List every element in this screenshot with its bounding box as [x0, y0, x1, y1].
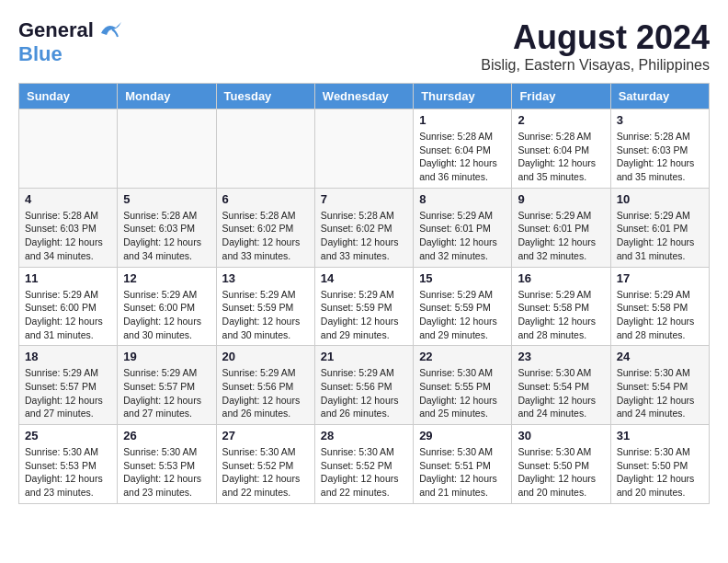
day-number: 1: [419, 113, 506, 127]
calendar-cell: 2Sunrise: 5:28 AM Sunset: 6:04 PM Daylig…: [512, 109, 610, 189]
day-info: Sunrise: 5:28 AM Sunset: 6:03 PM Dayligh…: [617, 130, 703, 184]
calendar-cell: 11Sunrise: 5:29 AM Sunset: 6:00 PM Dayli…: [19, 267, 118, 346]
day-info: Sunrise: 5:29 AM Sunset: 5:59 PM Dayligh…: [321, 288, 407, 342]
calendar-cell: 13Sunrise: 5:29 AM Sunset: 5:59 PM Dayli…: [216, 267, 314, 346]
calendar-cell: 31Sunrise: 5:30 AM Sunset: 5:50 PM Dayli…: [610, 425, 709, 504]
day-number: 18: [25, 350, 111, 363]
calendar-cell: 26Sunrise: 5:30 AM Sunset: 5:53 PM Dayli…: [118, 425, 216, 504]
calendar-cell: 16Sunrise: 5:29 AM Sunset: 5:58 PM Dayli…: [512, 267, 610, 346]
calendar-cell: 1Sunrise: 5:28 AM Sunset: 6:04 PM Daylig…: [414, 109, 512, 189]
calendar-week-row: 11Sunrise: 5:29 AM Sunset: 6:00 PM Dayli…: [19, 267, 710, 346]
header-saturday: Saturday: [610, 84, 709, 109]
day-number: 9: [518, 192, 604, 206]
day-info: Sunrise: 5:28 AM Sunset: 6:04 PM Dayligh…: [419, 130, 506, 184]
day-info: Sunrise: 5:28 AM Sunset: 6:03 PM Dayligh…: [25, 209, 111, 263]
calendar-cell: [19, 109, 118, 189]
day-info: Sunrise: 5:28 AM Sunset: 6:02 PM Dayligh…: [222, 209, 309, 263]
logo-general-text: General: [18, 18, 94, 42]
calendar-cell: 22Sunrise: 5:30 AM Sunset: 5:55 PM Dayli…: [414, 346, 512, 425]
calendar-cell: 25Sunrise: 5:30 AM Sunset: 5:53 PM Dayli…: [19, 425, 118, 504]
title-area: August 2024 Bislig, Eastern Visayas, Phi…: [481, 18, 710, 74]
calendar-week-row: 4Sunrise: 5:28 AM Sunset: 6:03 PM Daylig…: [19, 188, 710, 267]
day-number: 25: [25, 429, 111, 442]
calendar-cell: 23Sunrise: 5:30 AM Sunset: 5:54 PM Dayli…: [512, 346, 610, 425]
calendar-cell: 4Sunrise: 5:28 AM Sunset: 6:03 PM Daylig…: [19, 188, 118, 267]
calendar-cell: 8Sunrise: 5:29 AM Sunset: 6:01 PM Daylig…: [414, 188, 512, 267]
calendar-cell: 6Sunrise: 5:28 AM Sunset: 6:02 PM Daylig…: [216, 188, 314, 267]
day-info: Sunrise: 5:28 AM Sunset: 6:03 PM Dayligh…: [123, 209, 210, 263]
calendar-table: SundayMondayTuesdayWednesdayThursdayFrid…: [18, 83, 710, 504]
calendar-cell: 15Sunrise: 5:29 AM Sunset: 5:59 PM Dayli…: [414, 267, 512, 346]
calendar-cell: 29Sunrise: 5:30 AM Sunset: 5:51 PM Dayli…: [414, 425, 512, 504]
calendar-cell: 5Sunrise: 5:28 AM Sunset: 6:03 PM Daylig…: [118, 188, 216, 267]
day-info: Sunrise: 5:29 AM Sunset: 5:59 PM Dayligh…: [419, 288, 506, 342]
day-number: 20: [222, 350, 309, 363]
calendar-title: August 2024: [481, 18, 710, 57]
day-info: Sunrise: 5:30 AM Sunset: 5:50 PM Dayligh…: [617, 445, 703, 500]
day-number: 30: [518, 429, 604, 442]
calendar-week-row: 25Sunrise: 5:30 AM Sunset: 5:53 PM Dayli…: [19, 425, 710, 504]
day-number: 31: [617, 429, 703, 442]
day-number: 12: [123, 271, 210, 285]
calendar-cell: 10Sunrise: 5:29 AM Sunset: 6:01 PM Dayli…: [610, 188, 709, 267]
day-number: 11: [25, 271, 111, 285]
day-info: Sunrise: 5:28 AM Sunset: 6:04 PM Dayligh…: [518, 130, 604, 184]
day-number: 26: [123, 429, 210, 442]
logo-blue-text: Blue: [18, 42, 63, 66]
day-info: Sunrise: 5:28 AM Sunset: 6:02 PM Dayligh…: [321, 209, 407, 263]
day-info: Sunrise: 5:30 AM Sunset: 5:51 PM Dayligh…: [419, 445, 506, 500]
calendar-cell: [216, 109, 314, 189]
day-number: 7: [321, 192, 407, 206]
day-number: 19: [123, 350, 210, 363]
day-info: Sunrise: 5:30 AM Sunset: 5:54 PM Dayligh…: [617, 366, 703, 420]
calendar-week-row: 1Sunrise: 5:28 AM Sunset: 6:04 PM Daylig…: [19, 109, 710, 189]
calendar-header-row: SundayMondayTuesdayWednesdayThursdayFrid…: [19, 84, 710, 109]
day-number: 21: [321, 350, 407, 363]
day-number: 10: [617, 192, 703, 206]
day-number: 5: [123, 192, 210, 206]
day-info: Sunrise: 5:30 AM Sunset: 5:55 PM Dayligh…: [419, 366, 506, 420]
calendar-cell: 3Sunrise: 5:28 AM Sunset: 6:03 PM Daylig…: [610, 109, 709, 189]
day-info: Sunrise: 5:30 AM Sunset: 5:54 PM Dayligh…: [518, 366, 604, 420]
day-number: 14: [321, 271, 407, 285]
calendar-subtitle: Bislig, Eastern Visayas, Philippines: [481, 57, 710, 74]
day-info: Sunrise: 5:29 AM Sunset: 5:59 PM Dayligh…: [222, 288, 309, 342]
logo-bird-icon: [97, 20, 123, 40]
day-info: Sunrise: 5:29 AM Sunset: 6:00 PM Dayligh…: [123, 288, 210, 342]
calendar-cell: 18Sunrise: 5:29 AM Sunset: 5:57 PM Dayli…: [19, 346, 118, 425]
day-number: 6: [222, 192, 309, 206]
calendar-cell: 30Sunrise: 5:30 AM Sunset: 5:50 PM Dayli…: [512, 425, 610, 504]
day-info: Sunrise: 5:29 AM Sunset: 5:56 PM Dayligh…: [321, 366, 407, 420]
calendar-cell: 20Sunrise: 5:29 AM Sunset: 5:56 PM Dayli…: [216, 346, 314, 425]
day-info: Sunrise: 5:30 AM Sunset: 5:53 PM Dayligh…: [123, 445, 210, 500]
day-info: Sunrise: 5:29 AM Sunset: 5:57 PM Dayligh…: [123, 366, 210, 420]
day-info: Sunrise: 5:29 AM Sunset: 5:57 PM Dayligh…: [25, 366, 111, 420]
day-number: 4: [25, 192, 111, 206]
day-number: 29: [419, 429, 506, 442]
day-number: 23: [518, 350, 604, 363]
calendar-cell: 19Sunrise: 5:29 AM Sunset: 5:57 PM Dayli…: [118, 346, 216, 425]
day-number: 15: [419, 271, 506, 285]
day-info: Sunrise: 5:30 AM Sunset: 5:52 PM Dayligh…: [321, 445, 407, 500]
day-info: Sunrise: 5:30 AM Sunset: 5:52 PM Dayligh…: [222, 445, 309, 500]
calendar-cell: 24Sunrise: 5:30 AM Sunset: 5:54 PM Dayli…: [610, 346, 709, 425]
calendar-cell: 21Sunrise: 5:29 AM Sunset: 5:56 PM Dayli…: [314, 346, 413, 425]
calendar-week-row: 18Sunrise: 5:29 AM Sunset: 5:57 PM Dayli…: [19, 346, 710, 425]
calendar-cell: 17Sunrise: 5:29 AM Sunset: 5:58 PM Dayli…: [610, 267, 709, 346]
header-tuesday: Tuesday: [216, 84, 314, 109]
calendar-cell: 9Sunrise: 5:29 AM Sunset: 6:01 PM Daylig…: [512, 188, 610, 267]
day-number: 16: [518, 271, 604, 285]
day-number: 8: [419, 192, 506, 206]
header-wednesday: Wednesday: [314, 84, 413, 109]
day-info: Sunrise: 5:30 AM Sunset: 5:50 PM Dayligh…: [518, 445, 604, 500]
day-number: 13: [222, 271, 309, 285]
day-info: Sunrise: 5:29 AM Sunset: 5:56 PM Dayligh…: [222, 366, 309, 420]
header-monday: Monday: [118, 84, 216, 109]
calendar-cell: [314, 109, 413, 189]
logo: General Blue: [18, 18, 123, 66]
day-info: Sunrise: 5:29 AM Sunset: 5:58 PM Dayligh…: [518, 288, 604, 342]
day-number: 27: [222, 429, 309, 442]
day-info: Sunrise: 5:30 AM Sunset: 5:53 PM Dayligh…: [25, 445, 111, 500]
calendar-cell: 12Sunrise: 5:29 AM Sunset: 6:00 PM Dayli…: [118, 267, 216, 346]
day-number: 2: [518, 113, 604, 127]
